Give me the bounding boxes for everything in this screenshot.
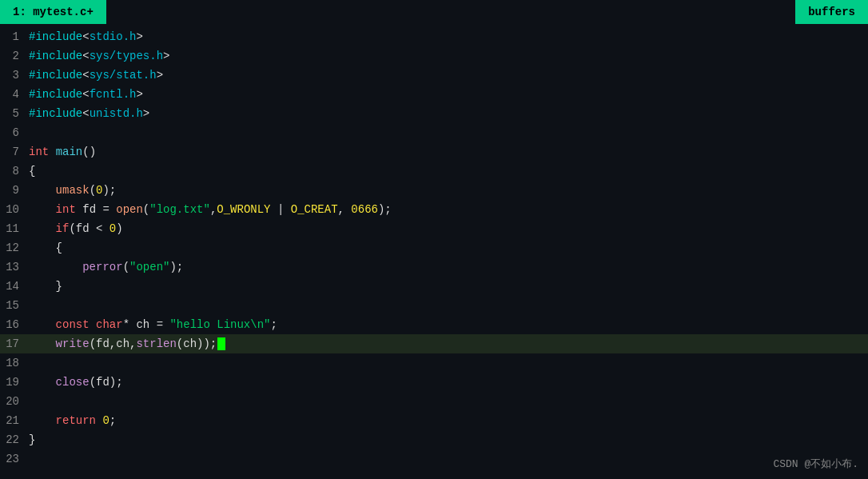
line-number: 17 — [3, 334, 29, 353]
code-line: 12 { — [0, 238, 868, 257]
code-line: 18 — [0, 353, 868, 373]
code-line: 6 — [0, 123, 868, 142]
code-area: 1 #include<stdio.h> 2 #include<sys/types… — [0, 24, 868, 479]
code-line: 19 close(fd); — [0, 373, 868, 392]
line-number: 18 — [3, 353, 29, 373]
line-number: 12 — [3, 238, 29, 257]
code-line: 15 — [0, 296, 868, 315]
code-content: close(fd); — [29, 373, 865, 392]
code-line: 21 return 0; — [0, 411, 868, 430]
code-content: umask(0); — [29, 181, 865, 200]
code-content: #include<unistd.h> — [29, 104, 865, 123]
code-content: if(fd < 0) — [29, 219, 865, 238]
code-line: 3 #include<sys/stat.h> — [0, 66, 868, 85]
code-content: return 0; — [29, 411, 865, 430]
code-content: perror("open"); — [29, 257, 865, 277]
line-number: 16 — [3, 315, 29, 334]
code-line: 16 const char* ch = "hello Linux\n"; — [0, 315, 868, 334]
line-number: 22 — [3, 430, 29, 449]
code-line: 8 { — [0, 162, 868, 181]
code-line: 11 if(fd < 0) — [0, 219, 868, 238]
line-number: 23 — [3, 449, 29, 469]
text-cursor — [217, 337, 225, 350]
code-line: 13 perror("open"); — [0, 257, 868, 277]
tab-bar: 1: mytest.c+ buffers — [0, 0, 868, 24]
line-number: 3 — [3, 66, 29, 85]
code-content: #include<sys/types.h> — [29, 46, 865, 66]
code-content: #include<fcntl.h> — [29, 85, 865, 104]
line-number: 2 — [3, 46, 29, 66]
code-content: { — [29, 238, 865, 257]
line-number: 21 — [3, 411, 29, 430]
line-number: 14 — [3, 277, 29, 296]
code-content: int fd = open("log.txt",O_WRONLY | O_CRE… — [29, 200, 865, 219]
code-line: 1 #include<stdio.h> — [0, 27, 868, 46]
code-content: int main() — [29, 142, 865, 162]
line-number: 19 — [3, 373, 29, 392]
code-line: 4 #include<fcntl.h> — [0, 85, 868, 104]
code-line: 20 — [0, 392, 868, 411]
line-number: 15 — [3, 296, 29, 315]
buffers-button[interactable]: buffers — [795, 0, 868, 24]
code-line: 14 } — [0, 277, 868, 296]
code-line-highlighted: 17 write(fd,ch,strlen(ch)); — [0, 334, 868, 353]
code-content: #include<sys/stat.h> — [29, 66, 865, 85]
watermark: CSDN @不如小布. — [773, 457, 858, 471]
code-content: } — [29, 430, 865, 449]
line-number: 8 — [3, 162, 29, 181]
line-number: 11 — [3, 219, 29, 238]
code-line: 2 #include<sys/types.h> — [0, 46, 868, 66]
line-number: 5 — [3, 104, 29, 123]
code-content: write(fd,ch,strlen(ch)); — [29, 334, 865, 353]
code-line: 22 } — [0, 430, 868, 449]
code-line: 10 int fd = open("log.txt",O_WRONLY | O_… — [0, 200, 868, 219]
line-number: 4 — [3, 85, 29, 104]
line-number: 6 — [3, 123, 29, 142]
code-content: { — [29, 162, 865, 181]
code-content: const char* ch = "hello Linux\n"; — [29, 315, 865, 334]
line-number: 13 — [3, 257, 29, 277]
code-line: 7 int main() — [0, 142, 868, 162]
editor: 1: mytest.c+ buffers 1 #include<stdio.h>… — [0, 0, 868, 479]
line-number: 7 — [3, 142, 29, 162]
code-content: #include<stdio.h> — [29, 27, 865, 46]
code-content: } — [29, 277, 865, 296]
line-number: 10 — [3, 200, 29, 219]
code-line: 5 #include<unistd.h> — [0, 104, 868, 123]
line-number: 1 — [3, 27, 29, 46]
line-number: 9 — [3, 181, 29, 200]
code-line: 23 — [0, 449, 868, 469]
line-number: 20 — [3, 392, 29, 411]
tab-active[interactable]: 1: mytest.c+ — [0, 0, 106, 24]
code-line: 9 umask(0); — [0, 181, 868, 200]
